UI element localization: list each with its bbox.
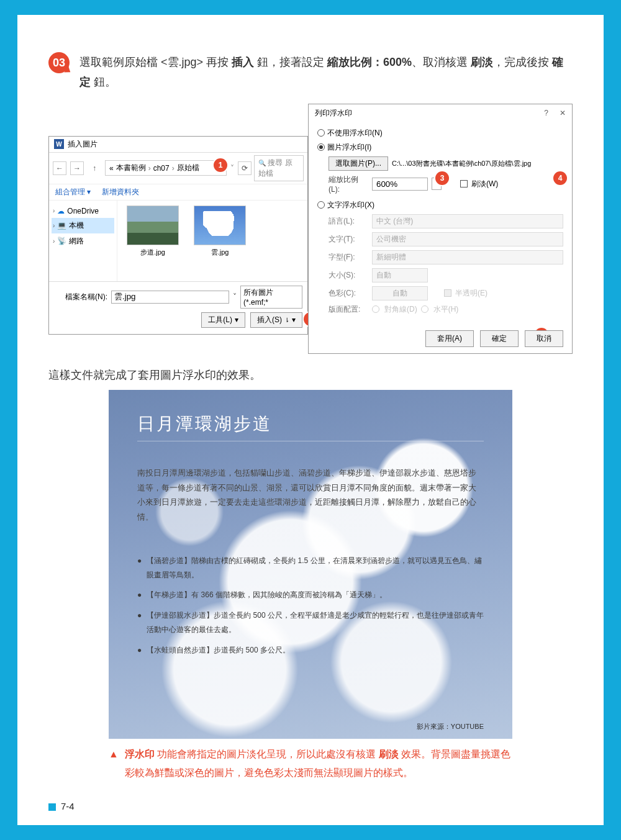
crumb-sep-1: › xyxy=(148,164,151,173)
folder-tree: ›☁OneDrive ›💻本機 ›📡網路 xyxy=(49,201,117,281)
dialogs-row: W 插入圖片 ← → ↑ « 本書範例 › ch07 › 原始檔 1 xyxy=(48,104,573,354)
color-value: 自動 xyxy=(372,286,428,300)
layout-diag: 對角線(D) xyxy=(384,304,417,315)
washout-label: 刷淡(W) xyxy=(471,179,498,189)
doc-li-3: ●【伊達邵親水步道】步道全長約 500 公尺，全程平緩舒適是老少咸宜的輕鬆行程，… xyxy=(137,608,484,637)
doc-list: ●【涵碧步道】階梯由古樸的紅磚砌成，全長約 1.5 公里，在清晨來到涵碧步道，就… xyxy=(137,554,484,657)
lang-value: 中文 (台灣) xyxy=(372,214,563,228)
picture-path: C:\...\03附書光碟\本書範例\ch07\原始檔\雲.jpg xyxy=(392,159,531,168)
insert-picture-dialog: W 插入圖片 ← → ↑ « 本書範例 › ch07 › 原始檔 1 xyxy=(48,136,308,335)
doc-li-4: ●【水蛙頭自然步道】步道長約 500 多公尺。 xyxy=(137,643,484,657)
nav-up-button[interactable]: ↑ xyxy=(88,161,101,175)
step-bold-1: 插入 xyxy=(232,56,254,68)
layout-label: 版面配置: xyxy=(329,304,368,315)
thumb-trail[interactable]: 步道.jpg xyxy=(125,205,181,276)
watermark-title: 列印浮水印 xyxy=(315,108,352,119)
text-value: 公司機密 xyxy=(372,232,563,246)
crumb-3[interactable]: 原始檔 xyxy=(177,163,199,173)
size-label: 大小(S): xyxy=(329,270,368,281)
refresh-button[interactable]: ⟳ xyxy=(238,161,252,175)
step-text-5: 鈕。 xyxy=(91,76,116,88)
step-badge: 03 xyxy=(48,52,70,73)
breadcrumb[interactable]: « 本書範例 › ch07 › 原始檔 1 xyxy=(105,160,227,176)
word-icon: W xyxy=(54,139,64,149)
sample-document: 日月潭環湖步道 南投日月潭周邊環湖步道，包括貓囒山步道、涵碧步道、年梯步道、伊達… xyxy=(109,390,512,739)
thumb-cloud-label: 雲.jpg xyxy=(211,248,229,257)
step-text-4: ，完成後按 xyxy=(493,56,552,68)
semi-checkbox xyxy=(444,289,451,297)
watermark-dialog: 列印浮水印 ? ✕ 不使用浮水印(N) 圖片浮水印(I) 選取圖片(P)... … xyxy=(308,104,573,354)
filename-label: 檔案名稱(N): xyxy=(54,292,107,302)
color-label: 色彩(C): xyxy=(329,288,368,299)
search-input[interactable]: 🔍 搜尋 原始檔 xyxy=(254,155,304,181)
step-text: 選取範例原始檔 <雲.jpg> 再按 插入 鈕，接著設定 縮放比例：600%、取… xyxy=(79,52,573,93)
newfolder-button[interactable]: 新增資料夾 xyxy=(102,187,139,197)
crumb-1[interactable]: 本書範例 xyxy=(116,163,146,173)
tree-network[interactable]: ›📡網路 xyxy=(52,233,114,249)
cancel-button[interactable]: 取消 xyxy=(525,330,563,347)
scale-input[interactable] xyxy=(372,178,428,191)
thumb-cloud-img xyxy=(194,205,246,245)
washout-checkbox[interactable] xyxy=(460,180,468,187)
apply-button[interactable]: 套用(A) xyxy=(425,330,474,347)
note-text: 浮水印 功能會將指定的圖片淡化呈現，所以此處沒有核選 刷淡 效果。背景圖盡量挑選… xyxy=(125,745,512,783)
filename-input[interactable] xyxy=(111,291,229,304)
step-text-1: 選取範例原始檔 <雲.jpg> 再按 xyxy=(79,56,232,68)
semi-label: 半透明(E) xyxy=(455,288,487,299)
step-bold-3: 刷淡 xyxy=(471,56,493,68)
select-picture-button[interactable]: 選取圖片(P)... xyxy=(329,156,388,171)
tools-button[interactable]: 工具(L)▾ xyxy=(201,312,245,328)
marker-3: 3 xyxy=(435,171,449,185)
font-label: 字型(F): xyxy=(329,252,368,263)
organize-button[interactable]: 組合管理 ▾ xyxy=(55,187,91,197)
layout-horiz: 水平(H) xyxy=(433,304,459,315)
close-button[interactable]: ✕ xyxy=(560,109,566,117)
filetype-select[interactable]: 所有圖片 (*.emf;* xyxy=(240,286,302,309)
size-value: 自動 xyxy=(372,268,428,282)
page-number: 7-4 xyxy=(48,801,75,811)
font-value: 新細明體 xyxy=(372,250,563,264)
nav-back-button[interactable]: ← xyxy=(53,161,66,175)
step-bold-2: 縮放比例：600% xyxy=(327,56,412,68)
scale-label: 縮放比例(L): xyxy=(329,174,368,194)
warning-note: ▲ 浮水印 功能會將指定的圖片淡化呈現，所以此處沒有核選 刷淡 效果。背景圖盡量… xyxy=(109,745,512,783)
doc-li-2: ●【年梯步道】有 366 個階梯數，因其險峻的高度而被誇稱為「通天梯」。 xyxy=(137,588,484,602)
thumb-cloud[interactable]: 雲.jpg xyxy=(192,205,248,276)
warning-triangle-icon: ▲ xyxy=(109,745,119,783)
help-button[interactable]: ? xyxy=(544,109,548,117)
lang-label: 語言(L): xyxy=(329,216,368,227)
note-bold-1: 浮水印 xyxy=(125,749,155,759)
marker-4: 4 xyxy=(553,171,567,185)
text-label: 文字(T): xyxy=(329,234,368,245)
ok-button[interactable]: 確定 xyxy=(480,330,519,347)
thumb-trail-img xyxy=(127,205,179,245)
doc-credit: 影片來源：YOUTUBE xyxy=(417,722,484,731)
radio-text[interactable]: 文字浮水印(X) xyxy=(317,198,563,212)
note-bold-2: 刷淡 xyxy=(379,749,399,759)
page-number-marker xyxy=(48,803,56,811)
doc-title: 日月潭環湖步道 xyxy=(137,412,484,441)
result-text: 這樣文件就完成了套用圖片浮水印的效果。 xyxy=(48,368,573,382)
radio-picture[interactable]: 圖片浮水印(I) xyxy=(317,140,563,155)
doc-li-1: ●【涵碧步道】階梯由古樸的紅磚砌成，全長約 1.5 公里，在清晨來到涵碧步道，就… xyxy=(137,554,484,582)
insert-dialog-title: 插入圖片 xyxy=(68,139,97,150)
step-text-2: 鈕，接著設定 xyxy=(254,56,327,68)
crumb-sep-2: › xyxy=(172,164,175,173)
step-03: 03 選取範例原始檔 <雲.jpg> 再按 插入 鈕，接著設定 縮放比例：600… xyxy=(48,52,573,93)
marker-1: 1 xyxy=(214,158,227,172)
tree-onedrive[interactable]: ›☁OneDrive xyxy=(52,204,114,218)
doc-paragraph: 南投日月潭周邊環湖步道，包括貓囒山步道、涵碧步道、年梯步道、伊達邵親水步道、慈恩… xyxy=(137,466,484,525)
tree-local[interactable]: ›💻本機 xyxy=(52,218,114,233)
nav-forward-button[interactable]: → xyxy=(70,161,84,175)
insert-button[interactable]: 插入(S)⇂▾ xyxy=(250,312,302,328)
note-t1: 功能會將指定的圖片淡化呈現，所以此處沒有核選 xyxy=(155,749,379,759)
radio-none[interactable]: 不使用浮水印(N) xyxy=(317,126,563,140)
crumb-2[interactable]: ch07 xyxy=(153,164,170,173)
step-text-3: 、取消核選 xyxy=(412,56,471,68)
thumb-trail-label: 步道.jpg xyxy=(140,248,165,257)
